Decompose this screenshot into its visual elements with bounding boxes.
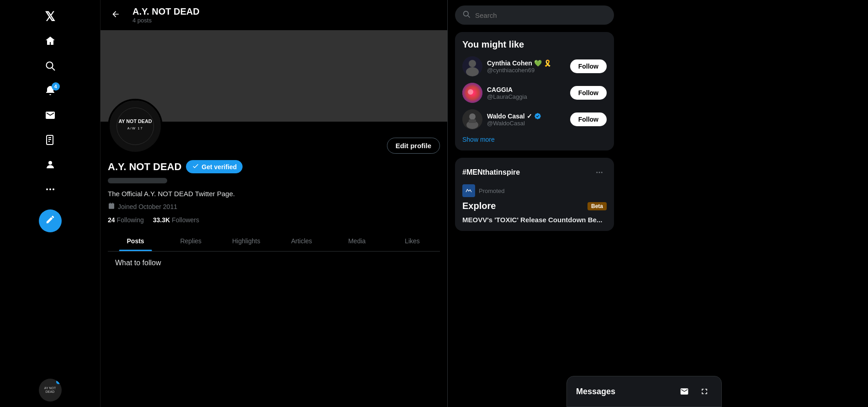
beta-badge: Beta [587, 202, 607, 210]
trending-more-button[interactable] [592, 165, 607, 180]
messages-compose-button[interactable] [677, 384, 692, 399]
search-input[interactable] [475, 11, 607, 19]
follow-cynthia-button[interactable]: Follow [570, 59, 607, 73]
svg-point-27 [469, 113, 476, 120]
right-sidebar: You might like Cynthia Cohen 💚 🎗️ @cynth… [448, 0, 621, 407]
following-label: Following [117, 216, 144, 224]
more-icon [45, 184, 56, 198]
suggestion-waldo: Waldo Casal ✓ @WaldoCasal Follow [462, 109, 607, 129]
profile-avatar[interactable]: AY NOT DEAD A/W 17 [108, 99, 163, 154]
suggestion-caggia-avatar [462, 83, 482, 103]
sidebar-item-notes[interactable] [39, 130, 62, 153]
edit-profile-button[interactable]: Edit profile [387, 138, 440, 154]
joined-date: Joined October 2011 [118, 203, 177, 210]
search-icon [45, 60, 56, 74]
tab-highlights[interactable]: Highlights [218, 231, 274, 251]
compose-icon [45, 214, 55, 227]
suggestion-waldo-avatar [462, 109, 482, 129]
svg-text:AY NOT DEAD: AY NOT DEAD [118, 118, 152, 124]
svg-point-9 [53, 188, 54, 190]
x-logo: 𝕏 [45, 9, 55, 24]
search-bar[interactable] [455, 5, 614, 25]
tab-posts[interactable]: Posts [108, 231, 163, 251]
sidebar-item-messages[interactable] [39, 105, 62, 128]
messages-popup[interactable]: Messages [566, 376, 722, 407]
followers-stat[interactable]: 33.3K Followers [153, 216, 199, 224]
suggestion-cynthia-avatar [462, 56, 482, 76]
profile-progress-bar [108, 178, 167, 183]
you-might-like-title: You might like [462, 39, 607, 50]
trending-widget: #MENthatinspire Promoted Explore Beta ME… [455, 158, 614, 231]
sidebar-item-search[interactable] [39, 56, 62, 79]
profile-name-row: A.Y. NOT DEAD Get verified [108, 160, 440, 173]
tab-likes[interactable]: Likes [385, 231, 440, 251]
tab-replies[interactable]: Replies [163, 231, 218, 251]
svg-point-25 [468, 89, 473, 95]
account-avatar[interactable]: AY NOTDEAD [39, 379, 62, 402]
suggestion-cynthia-name: Cynthia Cohen 💚 🎗️ [487, 59, 551, 67]
header-posts-count: 4 posts [132, 17, 200, 24]
profile-tabs: Posts Replies Highlights Articles Media … [108, 231, 440, 252]
explore-item[interactable]: MEOVV's 'TOXIC' Release Countdown Be... [462, 216, 607, 224]
compose-button[interactable] [39, 209, 62, 232]
home-icon [45, 36, 56, 49]
get-verified-button[interactable]: Get verified [186, 160, 243, 173]
sidebar-item-home[interactable] [39, 31, 62, 54]
messages-expand-button[interactable] [697, 384, 712, 399]
avatar-row: AY NOT DEAD A/W 17 Edit profile [108, 99, 440, 154]
svg-point-0 [46, 62, 53, 69]
followers-count: 33.3K [153, 216, 170, 224]
suggestion-caggia-name: CAGGIA [487, 86, 527, 93]
header-name: A.Y. NOT DEAD [132, 6, 200, 17]
profile-stats: 24 Following 33.3K Followers [108, 216, 440, 224]
main-content: A.Y. NOT DEAD 4 posts AY NOT DEAD A/W 17 [101, 0, 448, 407]
sidebar-item-notifications[interactable]: 4 [39, 80, 62, 103]
svg-point-31 [599, 172, 600, 173]
follow-waldo-button[interactable]: Follow [570, 112, 607, 126]
follow-caggia-button[interactable]: Follow [570, 86, 607, 100]
following-stat[interactable]: 24 Following [108, 216, 144, 224]
profile-header: A.Y. NOT DEAD 4 posts [101, 0, 447, 30]
mail-icon [45, 110, 56, 123]
suggestion-cynthia-avatar-image [462, 56, 482, 76]
svg-rect-29 [469, 119, 476, 123]
followers-label: Followers [172, 216, 199, 224]
suggestion-waldo-avatar-image [462, 109, 482, 129]
profile-avatar-image: AY NOT DEAD A/W 17 [110, 101, 161, 152]
svg-line-19 [468, 16, 470, 18]
suggestion-cynthia: Cynthia Cohen 💚 🎗️ @cynthiacohen69 Follo… [462, 56, 607, 76]
svg-point-32 [601, 172, 603, 173]
account-dot [56, 380, 61, 384]
svg-point-18 [464, 11, 469, 16]
notes-icon [45, 134, 56, 148]
suggestion-waldo-name: Waldo Casal ✓ [487, 112, 541, 120]
svg-point-7 [46, 188, 48, 190]
you-might-like-widget: You might like Cynthia Cohen 💚 🎗️ @cynth… [455, 32, 614, 150]
trending-hashtag: #MENthatinspire [462, 168, 520, 177]
suggestion-caggia-avatar-image [462, 83, 482, 103]
suggestion-caggia-info: CAGGIA @LauraCaggia [487, 86, 527, 100]
header-info: A.Y. NOT DEAD 4 posts [132, 6, 200, 24]
back-arrow-icon [111, 10, 120, 21]
sidebar-item-profile[interactable] [39, 155, 62, 177]
tab-media[interactable]: Media [329, 231, 385, 251]
profile-section: AY NOT DEAD A/W 17 Edit profile A.Y. NOT… [101, 99, 447, 282]
promoted-label: Promoted [479, 187, 504, 194]
suggestion-waldo-info: Waldo Casal ✓ @WaldoCasal [487, 112, 541, 127]
sidebar-item-more[interactable] [39, 179, 62, 202]
tab-articles[interactable]: Articles [274, 231, 329, 251]
x-logo-container[interactable]: 𝕏 [39, 5, 61, 27]
show-more-link[interactable]: Show more [462, 136, 607, 143]
back-button[interactable] [108, 7, 123, 23]
svg-point-21 [469, 60, 476, 67]
explore-title: Explore [462, 201, 496, 211]
verified-icon [192, 162, 199, 171]
suggestion-waldo-handle: @WaldoCasal [487, 120, 541, 127]
profile-bio: The Official A.Y. NOT DEAD Twitter Page. [108, 190, 440, 198]
svg-text:A/W 17: A/W 17 [127, 126, 143, 130]
suggestion-caggia: CAGGIA @LauraCaggia Follow [462, 83, 607, 103]
svg-rect-14 [109, 204, 114, 209]
suggestion-caggia-handle: @LauraCaggia [487, 93, 527, 100]
sidebar-nav: 4 [0, 31, 100, 375]
notification-badge: 4 [52, 82, 60, 91]
